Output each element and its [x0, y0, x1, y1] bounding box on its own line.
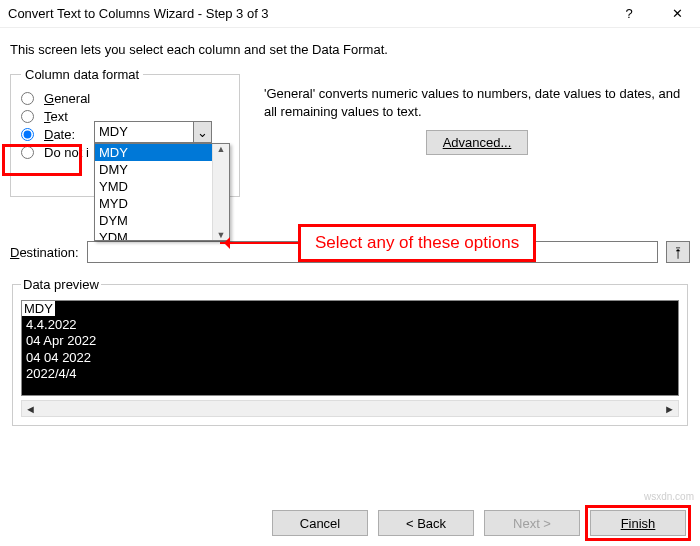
option-ymd[interactable]: YMD — [95, 178, 229, 195]
preview-row: 04 Apr 2022 — [26, 333, 674, 349]
preview-column-header: MDY — [22, 301, 55, 317]
preview-row: 2022/4/4 — [26, 366, 674, 382]
next-button: Next > — [484, 510, 580, 536]
data-preview: MDY 4.4.2022 04 Apr 2022 04 04 2022 2022… — [21, 300, 679, 396]
data-preview-group: Data preview MDY 4.4.2022 04 Apr 2022 04… — [12, 277, 688, 426]
window-title: Convert Text to Columns Wizard - Step 3 … — [8, 6, 269, 21]
format-legend: Column data format — [21, 67, 143, 82]
collapse-dialog-icon[interactable]: ⭱ — [666, 241, 690, 263]
wizard-description: This screen lets you select each column … — [10, 42, 690, 57]
radio-general-label: General — [44, 91, 90, 106]
scroll-left-icon[interactable]: ◄ — [22, 403, 39, 415]
close-icon[interactable]: ✕ — [662, 6, 692, 21]
date-format-dropdown: MDY DMY YMD MYD DYM YDM ▲ ▼ — [94, 143, 230, 241]
radio-text-label: Text — [44, 109, 68, 124]
option-ydm[interactable]: YDM — [95, 229, 229, 240]
option-dym[interactable]: DYM — [95, 212, 229, 229]
destination-label: Destination: — [10, 245, 79, 260]
radio-skip-label: Do not i — [44, 145, 89, 160]
annotation-text: Select any of these options — [298, 224, 536, 262]
help-icon[interactable]: ? — [614, 6, 644, 21]
finish-button[interactable]: Finish — [590, 510, 686, 536]
date-format-combo[interactable]: MDY ⌄ — [94, 121, 212, 143]
radio-date[interactable] — [21, 128, 34, 141]
option-dmy[interactable]: DMY — [95, 161, 229, 178]
radio-skip[interactable] — [21, 146, 34, 159]
back-button[interactable]: < Back — [378, 510, 474, 536]
scroll-up-icon[interactable]: ▲ — [217, 144, 226, 154]
arrow-icon — [220, 242, 298, 244]
date-format-value: MDY — [95, 122, 193, 142]
preview-legend: Data preview — [21, 277, 101, 292]
preview-row: 4.4.2022 — [26, 317, 674, 333]
chevron-down-icon[interactable]: ⌄ — [193, 122, 211, 142]
format-explanation: 'General' converts numeric values to num… — [264, 85, 690, 120]
radio-text[interactable] — [21, 110, 34, 123]
preview-row: 04 04 2022 — [26, 350, 674, 366]
advanced-button[interactable]: Advanced... — [426, 130, 529, 155]
annotation-callout: Select any of these options — [220, 224, 536, 262]
option-mdy[interactable]: MDY — [95, 144, 229, 161]
option-myd[interactable]: MYD — [95, 195, 229, 212]
horizontal-scrollbar[interactable]: ◄ ► — [21, 400, 679, 417]
radio-date-label: Date: — [44, 127, 75, 142]
scroll-right-icon[interactable]: ► — [661, 403, 678, 415]
watermark: wsxdn.com — [644, 491, 694, 502]
cancel-button[interactable]: Cancel — [272, 510, 368, 536]
radio-general[interactable] — [21, 92, 34, 105]
